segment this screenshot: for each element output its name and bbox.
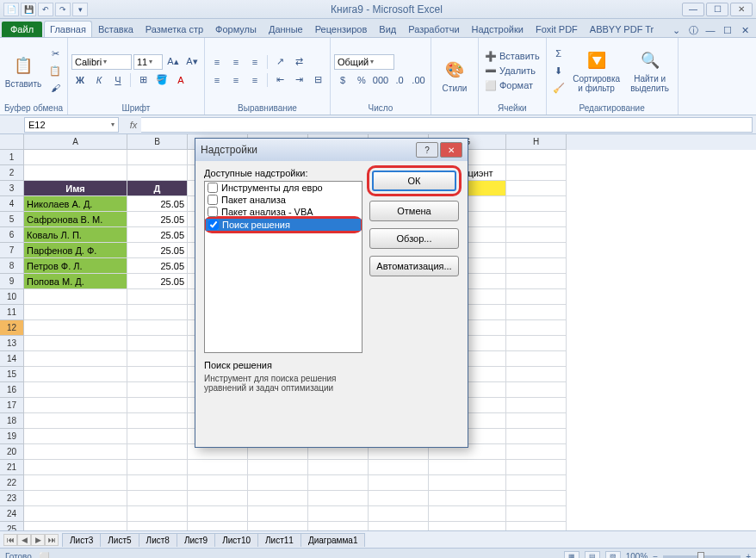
align-center-icon[interactable]: ≡ [227,72,245,88]
cell[interactable] [506,243,567,258]
cell[interactable] [506,320,567,336]
paste-button[interactable]: 📋 Вставить [3,40,43,102]
inc-decimal-icon[interactable]: .0 [391,72,408,88]
addin-item[interactable]: Инструменты для евро [205,182,362,194]
cell[interactable]: 25.05 [127,243,188,258]
qat-customize-icon[interactable]: ▾ [72,3,88,16]
cell[interactable] [24,413,127,429]
cell[interactable] [429,491,506,506]
cell[interactable] [24,398,127,413]
cell[interactable]: 25.05 [127,227,188,243]
cell[interactable] [429,522,506,530]
cell[interactable] [24,491,127,506]
cell[interactable] [188,491,248,506]
row-header[interactable]: 18 [0,413,23,429]
name-box[interactable]: E12 ▾ [24,117,119,133]
row-header[interactable]: 13 [0,336,23,351]
addins-listbox[interactable]: Инструменты для евроПакет анализаПакет а… [204,181,363,353]
styles-button[interactable]: 🎨 Стили [435,40,474,111]
row-header[interactable]: 8 [0,258,23,274]
align-top-icon[interactable]: ≡ [208,54,226,70]
maximize-button[interactable]: ☐ [706,3,728,16]
cell[interactable] [127,165,188,181]
cell[interactable] [506,196,567,212]
cell[interactable] [506,506,567,522]
sheet-tab[interactable]: Лист9 [177,533,215,547]
cell[interactable] [127,522,188,530]
font-size-combo[interactable]: 11▾ [133,54,163,70]
dialog-help-button[interactable]: ? [416,142,438,158]
minimize-button[interactable]: — [682,3,704,16]
cell[interactable] [248,522,308,530]
merge-icon[interactable]: ⊟ [309,72,326,88]
ok-button[interactable]: ОК [372,170,456,191]
cell[interactable] [24,522,127,530]
cell[interactable] [188,475,248,491]
cell[interactable] [506,429,567,444]
row-header[interactable]: 1 [0,150,23,165]
dialog-titlebar[interactable]: Надстройки ? ✕ [195,139,468,161]
sheet-tab[interactable]: Лист10 [214,533,258,547]
shrink-font-icon[interactable]: A▾ [183,54,201,70]
cell[interactable] [506,289,567,305]
cell[interactable] [188,460,248,475]
cell[interactable]: Коваль Л. П. [24,227,127,243]
qat-excel-icon[interactable]: 📄 [3,3,19,16]
italic-button[interactable]: К [90,72,108,88]
sheet-nav-next-icon[interactable]: ▶ [31,534,45,546]
tab-foxit[interactable]: Foxit PDF [530,21,584,37]
row-header[interactable]: 14 [0,351,23,367]
cell[interactable] [506,181,567,196]
cell[interactable] [248,460,308,475]
row-header[interactable]: 23 [0,491,23,506]
cell[interactable] [24,320,127,336]
cell[interactable] [369,491,429,506]
cell[interactable] [308,491,369,506]
wrap-icon[interactable]: ⇄ [290,54,307,70]
align-mid-icon[interactable]: ≡ [227,54,245,70]
tab-data[interactable]: Данные [263,21,309,37]
cell[interactable] [127,351,188,367]
browse-button[interactable]: Обзор... [369,228,459,249]
row-header[interactable]: 3 [0,181,23,196]
cell[interactable] [127,460,188,475]
workbook-max-icon[interactable]: ☐ [720,23,735,37]
cell[interactable] [248,491,308,506]
delete-cells-button[interactable]: ➖Удалить [482,64,542,78]
sheet-tab[interactable]: Лист11 [257,533,301,547]
row-header[interactable]: 22 [0,475,23,491]
cell[interactable]: Попова М. Д. [24,274,127,289]
cell[interactable] [127,413,188,429]
cell[interactable]: 25.05 [127,274,188,289]
indent-inc-icon[interactable]: ⇥ [290,72,307,88]
addin-item[interactable]: Поиск решения [206,219,361,231]
currency-icon[interactable]: $ [334,72,351,88]
cell[interactable]: 25.05 [127,196,188,212]
cell[interactable]: 25.05 [127,258,188,274]
cell[interactable] [24,150,127,165]
cell[interactable] [506,444,567,460]
cell[interactable] [127,382,188,398]
ribbon-minimize-icon[interactable]: ⌄ [668,23,684,37]
autosum-icon[interactable]: Σ [550,46,567,61]
cell[interactable] [429,506,506,522]
cell[interactable] [506,413,567,429]
cell[interactable]: Петров Ф. Л. [24,258,127,274]
sheet-nav-last-icon[interactable]: ⏭ [45,534,59,546]
col-header-b[interactable]: B [127,134,188,150]
sheet-tab[interactable]: Лист3 [62,533,101,547]
sheet-nav-prev-icon[interactable]: ◀ [17,534,31,546]
cell[interactable] [308,475,369,491]
row-header[interactable]: 24 [0,506,23,522]
cell[interactable] [506,305,567,320]
cell[interactable] [506,258,567,274]
cut-icon[interactable]: ✂ [46,46,64,61]
cell[interactable]: Имя [24,181,127,196]
cell[interactable] [127,367,188,382]
cell[interactable] [369,506,429,522]
align-bot-icon[interactable]: ≡ [246,54,263,70]
font-name-combo[interactable]: Calibri▾ [71,54,132,70]
zoom-slider[interactable] [663,555,741,559]
file-tab[interactable]: Файл [2,22,42,37]
cell[interactable] [127,398,188,413]
